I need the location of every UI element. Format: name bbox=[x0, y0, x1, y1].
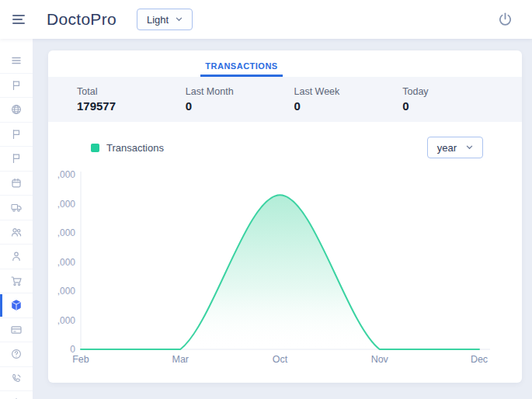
globe-icon bbox=[10, 103, 23, 116]
chart-header: Transactions year bbox=[48, 122, 522, 159]
stat-value: 179577 bbox=[77, 99, 186, 113]
svg-text:,000: ,000 bbox=[57, 257, 76, 268]
help-circle-icon bbox=[10, 348, 23, 360]
calendar-icon bbox=[10, 177, 23, 189]
sidebar-item-globe[interactable] bbox=[0, 98, 33, 123]
stat-last-week: Last Week 0 bbox=[294, 86, 403, 113]
tab-transactions[interactable]: TRANSACTIONS bbox=[200, 50, 282, 77]
theme-dropdown-value: Light bbox=[147, 14, 169, 26]
legend-transactions[interactable]: Transactions bbox=[91, 142, 164, 154]
sidebar bbox=[0, 39, 33, 399]
phone-call-icon bbox=[10, 373, 23, 385]
stat-today: Today 0 bbox=[402, 86, 511, 113]
tab-bar: TRANSACTIONS bbox=[48, 50, 522, 77]
sidebar-item-flag-2[interactable] bbox=[0, 123, 33, 147]
transactions-area-chart: ,000,000,000,000,000,0000FebMarOctNovDec bbox=[48, 161, 522, 370]
svg-text:,000: ,000 bbox=[57, 199, 76, 210]
stat-value: 0 bbox=[402, 99, 511, 113]
stat-label: Total bbox=[77, 86, 186, 97]
stats-band: Total 179577 Last Month 0 Last Week 0 To… bbox=[48, 77, 522, 122]
transactions-card: TRANSACTIONS Total 179577 Last Month 0 L… bbox=[48, 50, 522, 383]
ambulance-icon bbox=[10, 201, 23, 213]
stat-value: 0 bbox=[186, 99, 294, 113]
legend-label: Transactions bbox=[106, 142, 164, 154]
theme-dropdown[interactable]: Light bbox=[137, 9, 193, 30]
sidebar-item-settings[interactable] bbox=[0, 391, 33, 399]
stat-label: Last Week bbox=[294, 86, 403, 97]
users-icon bbox=[10, 226, 23, 238]
sidebar-item-flag-3[interactable] bbox=[0, 147, 33, 172]
sidebar-item-payments[interactable] bbox=[0, 318, 33, 343]
stat-total: Total 179577 bbox=[77, 86, 186, 113]
cart-icon bbox=[10, 275, 23, 287]
sidebar-item-flag-1[interactable] bbox=[0, 74, 33, 99]
sidebar-item-ambulance[interactable] bbox=[0, 196, 33, 220]
sidebar-item-cart[interactable] bbox=[0, 269, 33, 294]
legend-swatch bbox=[91, 144, 99, 152]
svg-text:,000: ,000 bbox=[57, 227, 76, 238]
topbar: DoctoPro Light bbox=[0, 0, 532, 39]
chevron-down-icon bbox=[176, 17, 183, 22]
transactions-cube-icon bbox=[10, 299, 23, 311]
svg-text:Mar: Mar bbox=[172, 354, 189, 365]
stat-label: Last Month bbox=[186, 86, 294, 97]
svg-text:0: 0 bbox=[70, 344, 75, 355]
brand-logo: DoctoPro bbox=[47, 10, 116, 29]
period-dropdown[interactable]: year bbox=[427, 137, 483, 158]
stat-label: Today bbox=[402, 86, 511, 97]
svg-text:,000: ,000 bbox=[57, 286, 76, 297]
power-icon bbox=[497, 12, 513, 28]
svg-text:,000: ,000 bbox=[57, 169, 76, 180]
sidebar-item-transactions[interactable] bbox=[0, 293, 33, 318]
sidebar-item-help[interactable] bbox=[0, 342, 33, 367]
sidebar-item-users[interactable] bbox=[0, 220, 33, 245]
user-icon bbox=[10, 250, 23, 262]
chevron-down-icon bbox=[466, 145, 473, 150]
svg-text:Dec: Dec bbox=[471, 354, 488, 365]
sidebar-item-menu[interactable] bbox=[0, 49, 33, 74]
sidebar-item-user[interactable] bbox=[0, 245, 33, 269]
power-button[interactable] bbox=[495, 10, 515, 29]
sidebar-item-contact[interactable] bbox=[0, 367, 33, 392]
credit-card-icon bbox=[10, 324, 23, 336]
svg-text:Feb: Feb bbox=[72, 354, 89, 365]
flag-icon bbox=[10, 79, 23, 92]
period-dropdown-value: year bbox=[437, 142, 457, 154]
sidebar-item-calendar[interactable] bbox=[0, 172, 33, 196]
flag-icon bbox=[10, 128, 23, 141]
stat-last-month: Last Month 0 bbox=[186, 86, 294, 113]
menu-icon bbox=[10, 54, 23, 67]
flag-icon bbox=[10, 152, 23, 165]
menu-toggle-icon[interactable] bbox=[12, 12, 28, 26]
svg-text:,000: ,000 bbox=[57, 315, 76, 326]
svg-text:Oct: Oct bbox=[273, 354, 288, 365]
svg-text:Nov: Nov bbox=[371, 354, 389, 365]
stat-value: 0 bbox=[294, 99, 403, 113]
